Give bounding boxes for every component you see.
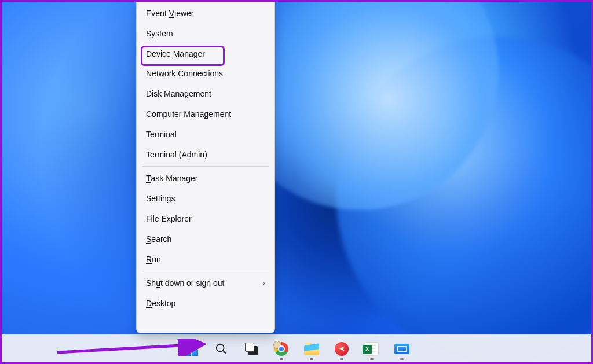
menu-item-label: Shut down or sign out (146, 278, 224, 288)
task-view-icon (245, 343, 258, 355)
excel-app[interactable]: X (360, 337, 383, 361)
running-indicator (340, 358, 343, 360)
menu-item-device-manager[interactable]: Device Manager (139, 44, 272, 64)
excel-icon: X (365, 342, 379, 356)
menu-item-computer-management[interactable]: Computer Management (139, 104, 272, 124)
menu-item-task-manager[interactable]: Task Manager (139, 168, 272, 189)
chrome-icon (274, 342, 288, 356)
menu-item-label: Device Manager (146, 49, 205, 59)
menu-item-file-explorer[interactable]: File Explorer (139, 209, 272, 229)
running-indicator (280, 358, 283, 360)
running-indicator (370, 358, 374, 360)
winx-context-menu: Event ViewerSystemDevice ManagerNetwork … (136, 2, 275, 333)
search-icon (215, 343, 228, 355)
desktop-wallpaper (2, 2, 591, 362)
menu-item-label: Event Viewer (146, 9, 194, 19)
red-circle-app[interactable] (330, 337, 353, 361)
menu-item-run[interactable]: Run (139, 249, 272, 270)
file-explorer-app[interactable] (300, 337, 323, 361)
svg-line-2 (223, 350, 226, 353)
menu-item-label: Desktop (146, 299, 175, 308)
menu-item-label: Computer Management (146, 109, 231, 119)
menu-item-desktop[interactable]: Desktop (139, 293, 272, 314)
menu-item-label: Task Manager (146, 174, 198, 183)
menu-item-terminal-admin[interactable]: Terminal (Admin) (139, 145, 272, 165)
task-view-button[interactable] (240, 337, 263, 361)
menu-item-shut-down-or-sign-out[interactable]: Shut down or sign out› (139, 273, 272, 293)
menu-separator (142, 271, 269, 271)
chrome-app[interactable] (270, 337, 293, 361)
start-button[interactable] (180, 337, 203, 361)
menu-item-label: Disk Management (146, 89, 211, 99)
menu-item-label: Search (146, 234, 171, 244)
search-button[interactable] (210, 337, 233, 361)
folder-icon (304, 343, 319, 355)
menu-item-label: Settings (146, 194, 175, 204)
taskbar: X (2, 334, 591, 362)
running-indicator (400, 358, 404, 360)
blue-app[interactable] (390, 337, 413, 361)
window-app-icon (394, 344, 409, 354)
windows-start-icon (184, 342, 198, 356)
menu-item-terminal[interactable]: Terminal (139, 124, 272, 145)
menu-item-search[interactable]: Search (139, 229, 272, 249)
menu-item-label: File Explorer (146, 214, 192, 224)
menu-separator (142, 166, 269, 167)
menu-item-label: System (146, 29, 173, 39)
menu-item-label: Terminal (Admin) (146, 150, 207, 160)
menu-item-disk-management[interactable]: Disk Management (139, 84, 272, 104)
running-indicator (310, 358, 313, 360)
menu-item-settings[interactable]: Settings (139, 189, 272, 209)
menu-item-label: Terminal (146, 130, 177, 139)
menu-item-label: Network Connections (146, 69, 223, 79)
menu-item-event-viewer[interactable]: Event Viewer (139, 3, 272, 24)
menu-item-system[interactable]: System (139, 24, 272, 44)
menu-item-network-connections[interactable]: Network Connections (139, 64, 272, 84)
send-icon (335, 342, 349, 356)
submenu-arrow-icon: › (263, 280, 265, 287)
menu-item-label: Run (146, 255, 161, 264)
